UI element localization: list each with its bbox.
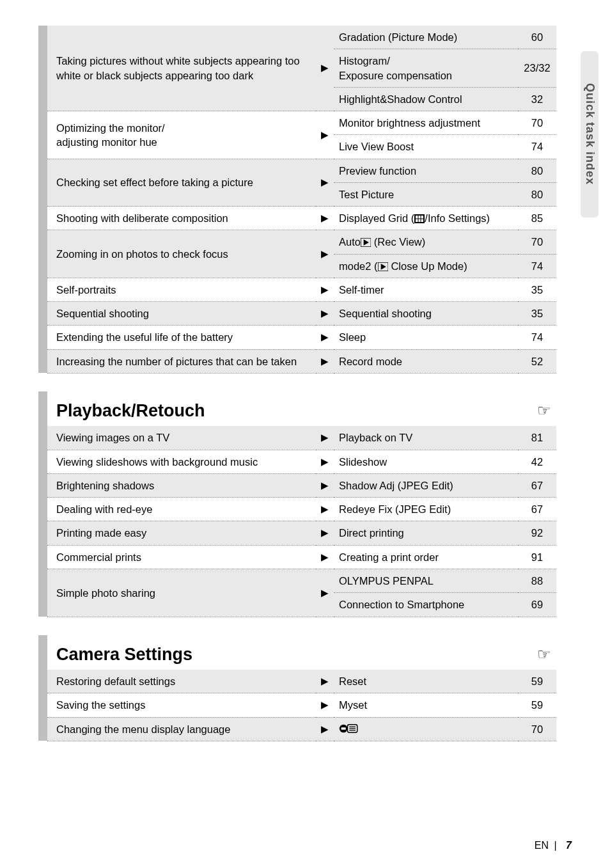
target-cell: Direct printing	[334, 521, 518, 545]
target-cell: Histogram/Exposure compensation	[334, 49, 518, 88]
target-cell: Slideshow	[334, 450, 518, 473]
footer-page-number: 7	[566, 840, 572, 851]
target-cell: Playback on TV	[334, 426, 518, 450]
page-cell: 23/32	[518, 49, 556, 88]
table-row: Brightening shadows ▶ Shadow Adj (JPEG E…	[38, 473, 556, 497]
topic-cell: Shooting with deliberate composition	[47, 207, 316, 230]
playback-icon	[361, 238, 371, 247]
arrow-icon: ▶	[316, 111, 334, 159]
page-cell: 32	[518, 87, 556, 111]
arrow-icon: ▶	[316, 670, 334, 693]
table-row: Taking pictures without white subjects a…	[38, 26, 556, 49]
target-cell: Self-timer	[334, 278, 518, 301]
footer-sep: |	[554, 840, 556, 851]
target-cell: Highlight&Shadow Control	[334, 87, 518, 111]
arrow-icon: ▶	[316, 473, 334, 497]
arrow-icon: ▶	[316, 326, 334, 349]
page-cell: 69	[518, 593, 556, 617]
page-cell: 92	[518, 521, 556, 545]
page-cell: 85	[518, 207, 556, 230]
target-cell: Auto (Rec View)	[334, 230, 518, 254]
arrow-icon: ▶	[316, 278, 334, 301]
table-row: Commercial prints ▶ Creating a print ord…	[38, 545, 556, 569]
topic-cell: Simple photo sharing	[47, 569, 316, 617]
target-cell: Test Picture	[334, 182, 518, 206]
page-cell: 74	[518, 254, 556, 278]
page-cell: 35	[518, 278, 556, 301]
target-cell: OLYMPUS PENPAL	[334, 569, 518, 593]
target-cell: Connection to Smartphone	[334, 593, 518, 617]
svg-rect-10	[341, 727, 346, 730]
section-bar	[38, 26, 47, 373]
page-cell: 59	[518, 670, 556, 693]
arrow-icon: ▶	[316, 26, 334, 111]
table-row: Changing the menu display language ▶ 70	[38, 717, 556, 741]
arrow-icon: ▶	[316, 717, 334, 741]
arrow-icon: ▶	[316, 207, 334, 230]
svg-marker-8	[380, 264, 386, 269]
target-cell: Live View Boost	[334, 135, 518, 159]
arrow-icon: ▶	[316, 569, 334, 617]
table-row: Checking set effect before taking a pict…	[38, 159, 556, 182]
topic-cell: Zooming in on photos to check focus	[47, 230, 316, 278]
arrow-icon: ▶	[316, 521, 334, 545]
lang-icon	[334, 717, 518, 741]
topic-cell: Optimizing the monitor/adjusting monitor…	[47, 111, 316, 159]
target-cell: Displayed Grid (/Info Settings)	[334, 207, 518, 230]
target-cell: Myset	[334, 693, 518, 717]
page-cell: 70	[518, 230, 556, 254]
section-title: Camera Settings	[47, 635, 334, 670]
topic-cell: Restoring default settings	[47, 670, 316, 693]
topic-cell: Self-portraits	[47, 278, 316, 301]
target-cell: Reset	[334, 670, 518, 693]
section-bar	[38, 391, 47, 617]
section-header: Camera Settings ☞	[38, 635, 556, 670]
topic-cell: Dealing with red-eye	[47, 498, 316, 521]
target-cell: Preview function	[334, 159, 518, 182]
page-cell: 67	[518, 498, 556, 521]
target-cell: Redeye Fix (JPEG Edit)	[334, 498, 518, 521]
page-cell: 35	[518, 302, 556, 326]
page-cell: 80	[518, 182, 556, 206]
topic-cell: Increasing the number of pictures that c…	[47, 349, 316, 373]
table-row: Printing made easy ▶ Direct printing 92	[38, 521, 556, 545]
page-cell: 52	[518, 349, 556, 373]
footer-lang: EN	[535, 840, 549, 851]
arrow-icon: ▶	[316, 545, 334, 569]
table-row: Optimizing the monitor/adjusting monitor…	[38, 111, 556, 135]
hand-icon: ☞	[334, 635, 556, 670]
index-table-settings: Camera Settings ☞ Restoring default sett…	[38, 635, 556, 741]
target-cell: Sequential shooting	[334, 302, 518, 326]
table-row: Saving the settings ▶ Myset 59	[38, 693, 556, 717]
arrow-icon: ▶	[316, 498, 334, 521]
page-cell: 80	[518, 159, 556, 182]
target-cell: Gradation (Picture Mode)	[334, 26, 518, 49]
table-row: Self-portraits ▶ Self-timer 35	[38, 278, 556, 301]
topic-cell: Brightening shadows	[47, 473, 316, 497]
section-title: Playback/Retouch	[47, 391, 334, 426]
side-tab-label: Quick task index	[583, 83, 597, 185]
arrow-icon: ▶	[316, 159, 334, 207]
page-cell: 60	[518, 26, 556, 49]
page-cell: 70	[518, 717, 556, 741]
playback-icon	[378, 262, 388, 271]
page-cell: 74	[518, 326, 556, 349]
table-row: Zooming in on photos to check focus ▶ Au…	[38, 230, 556, 254]
target-cell: Monitor brightness adjustment	[334, 111, 518, 135]
index-table-shooting: Taking pictures without white subjects a…	[38, 26, 556, 374]
topic-cell: Extending the useful life of the battery	[47, 326, 316, 349]
grid-icon	[414, 214, 425, 223]
arrow-icon: ▶	[316, 426, 334, 450]
table-row: Restoring default settings ▶ Reset 59	[38, 670, 556, 693]
page-cell: 74	[518, 135, 556, 159]
target-cell: Sleep	[334, 326, 518, 349]
index-table-playback: Playback/Retouch ☞ Viewing images on a T…	[38, 391, 556, 617]
table-row: Simple photo sharing ▶ OLYMPUS PENPAL 88	[38, 569, 556, 593]
target-cell: Shadow Adj (JPEG Edit)	[334, 473, 518, 497]
page-footer: EN | 7	[535, 840, 572, 851]
target-cell: Record mode	[334, 349, 518, 373]
arrow-icon: ▶	[316, 230, 334, 278]
table-row: Sequential shooting ▶ Sequential shootin…	[38, 302, 556, 326]
topic-cell: Sequential shooting	[47, 302, 316, 326]
table-row: Dealing with red-eye ▶ Redeye Fix (JPEG …	[38, 498, 556, 521]
